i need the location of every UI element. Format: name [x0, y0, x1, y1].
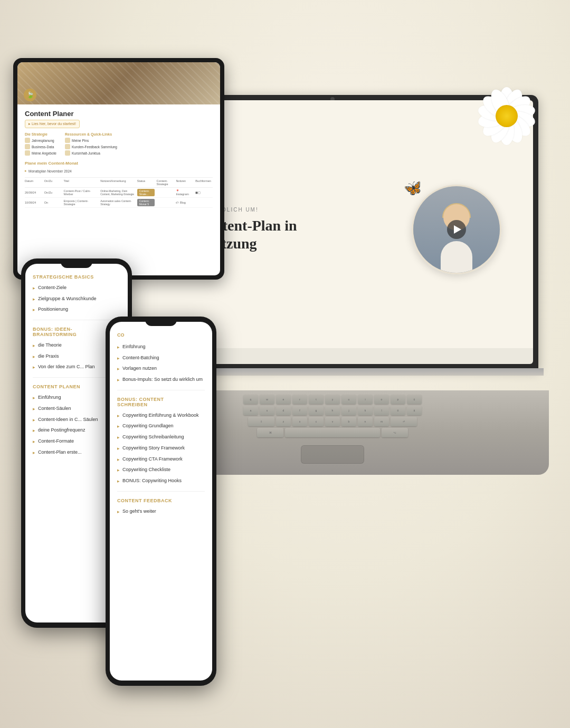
key-c[interactable]: c [309, 417, 324, 426]
key-e[interactable]: e [276, 395, 291, 404]
phone2-arrow-12: ▸ [117, 509, 120, 515]
phone1-item-zielgruppe[interactable]: ▸ Zielgruppe & Wunschkunde [33, 294, 120, 305]
key-i[interactable]: i [358, 395, 373, 404]
daisy-decoration [470, 79, 544, 153]
phone1-arrow-4: ▸ [33, 343, 35, 349]
tablet-two-columns: Die Strategie Jahresplanung Business-Dat… [25, 132, 213, 157]
tablet-plan-item[interactable]: Monatsplan November 2024 [25, 168, 213, 174]
key-l[interactable]: l [374, 406, 389, 415]
phone2-item-bonus-impuls[interactable]: ▸ Bonus-Impuls: So setzt du wirklich um [117, 375, 205, 386]
phone2-item-vorlagen[interactable]: ▸ Vorlagen nutzen [117, 363, 205, 375]
table-cell-on-1: On/Zu [44, 191, 62, 194]
tablet-header-image: 🍃 [17, 62, 220, 104]
phone2-item-einfuehrung[interactable]: ▸ Einführung [117, 342, 205, 353]
key-ue[interactable]: ü [407, 395, 422, 404]
table-header-notizen2: Notizen [176, 179, 193, 186]
phone-2: CO ▸ Einführung ▸ Content-Batching ▸ Vor… [106, 317, 216, 686]
key-d[interactable]: d [276, 406, 291, 415]
key-space[interactable] [285, 428, 380, 437]
table-header-datum: Datum [25, 179, 42, 186]
play-button[interactable] [447, 220, 466, 239]
video-thumbnail[interactable] [412, 185, 501, 274]
key-y[interactable]: y [325, 395, 340, 404]
phone-2-frame: CO ▸ Einführung ▸ Content-Batching ▸ Vor… [106, 317, 216, 686]
phone1-arrow-3: ▸ [33, 307, 35, 313]
phone2-item-batching[interactable]: ▸ Content-Batching [117, 353, 205, 364]
phone1-arrow-6: ▸ [33, 365, 35, 371]
key-oe[interactable]: ö [391, 406, 405, 415]
phone2-arrow-9: ▸ [117, 457, 120, 463]
key-x[interactable]: x [292, 417, 307, 426]
key-o[interactable]: o [374, 395, 389, 404]
key-g[interactable]: g [309, 406, 324, 415]
phone2-item-copywriting-grundlagen[interactable]: ▸ Copywriting Grundlagen [117, 421, 205, 432]
phone2-arrow-3: ▸ [117, 366, 120, 372]
key-w[interactable]: w [260, 395, 274, 404]
key-shift[interactable]: ⇧ [248, 417, 274, 426]
table-cell-notes-1: Online-Marketing, Dein Content, Marketin… [100, 189, 135, 196]
tablet-logo: 🍃 [24, 89, 36, 101]
phone1-item-content-ziele[interactable]: ▸ Content-Ziele [33, 283, 120, 294]
key-h[interactable]: h [325, 406, 340, 415]
phone2-item-copywriting-story[interactable]: ▸ Copywriting Story Framework [117, 443, 205, 454]
tablet-table-header: Datum On/Zu Titel Notizen/Anmerkung Stat… [25, 177, 213, 188]
key-a[interactable]: a [243, 406, 258, 415]
tablet-content: Content Planer ▸ Lies hier, bevor du sta… [17, 104, 220, 213]
key-n[interactable]: n [358, 417, 373, 426]
tablet-strategy-item-1[interactable]: Jahresplanung [25, 138, 56, 143]
phone2-top-label: CO [117, 332, 205, 338]
phone2-item-so-gehts-weiter[interactable]: ▸ So geht's weiter [117, 506, 205, 518]
phone-2-screen: CO ▸ Einführung ▸ Content-Batching ▸ Vor… [110, 322, 212, 681]
key-f[interactable]: f [292, 406, 307, 415]
table-header-content: Content-Strategie [157, 179, 174, 186]
play-icon [454, 225, 461, 234]
tablet-resources-item-2[interactable]: Kunden-Feedback Sammlung [65, 144, 117, 149]
tablet-strategy-col: Die Strategie Jahresplanung Business-Dat… [25, 132, 56, 157]
key-q[interactable]: q [243, 395, 258, 404]
phone1-arrow-9: ▸ [33, 417, 35, 424]
key-r[interactable]: r [292, 395, 307, 404]
table-header-on: On/Zu [44, 179, 62, 186]
tablet-resources-item-3[interactable]: Kursinhalt-Junktua [65, 150, 117, 156]
table-cell-title-2: Einposts | Content-Strategie [64, 199, 99, 206]
table-row-2: 10/09/24 On Einposts | Content-Strategie… [25, 198, 213, 208]
phone2-item-copywriting-einfuehrung[interactable]: ▸ Copywriting Einführung & Workbook [117, 410, 205, 422]
phone2-item-copywriting-hooks[interactable]: ▸ BONUS: Copywriting Hooks [117, 476, 205, 487]
phone2-item-copywriting-cta[interactable]: ▸ Copywriting CTA Framework [117, 454, 205, 465]
tablet-strategy-item-3[interactable]: Meine Angebote [25, 150, 56, 156]
person-body [441, 241, 472, 273]
phone2-arrow-10: ▸ [117, 467, 120, 474]
key-ae[interactable]: ä [407, 406, 422, 415]
key-enter[interactable]: ⏎ [391, 417, 417, 426]
phone2-section-feedback-header: CONTENT FEEDBACK [117, 498, 205, 503]
trackpad[interactable] [301, 445, 364, 464]
tablet-title: Content Planer [25, 110, 213, 118]
tablet-screen: 🍃 Content Planer ▸ Lies hier, bevor du s… [17, 62, 220, 275]
tablet-resources-col: Ressourcen & Quick-Links Meine Pins Kund… [65, 132, 117, 157]
key-k[interactable]: k [358, 406, 373, 415]
tablet-alert[interactable]: ▸ Lies hier, bevor du startest! [25, 120, 80, 128]
phone2-item-copywriting-checkliste[interactable]: ▸ Copywriting Checkliste [117, 465, 205, 476]
key-u[interactable]: u [341, 395, 356, 404]
key-s[interactable]: s [260, 406, 274, 415]
phone1-arrow-7: ▸ [33, 395, 35, 401]
key-alt[interactable]: ⌥ [382, 428, 408, 437]
tablet-frame: 🍃 Content Planer ▸ Lies hier, bevor du s… [13, 58, 224, 280]
table-cell-title-1: Content-Post / Calm-Werber [64, 189, 99, 196]
key-j[interactable]: j [341, 406, 356, 415]
table-header-titel: Titel [64, 179, 99, 186]
key-b[interactable]: b [341, 417, 356, 426]
key-t[interactable]: t [309, 395, 324, 404]
tablet-resources-item-1[interactable]: Meine Pins [65, 138, 117, 143]
key-v[interactable]: v [325, 417, 340, 426]
key-m[interactable]: m [374, 417, 389, 426]
phone1-item-positionierung[interactable]: ▸ Positionierung [33, 304, 120, 315]
key-cmd[interactable]: ⌘ [257, 428, 283, 437]
table-header-status: Status [137, 179, 155, 186]
phone-2-content: CO ▸ Einführung ▸ Content-Batching ▸ Vor… [110, 322, 212, 681]
key-p[interactable]: p [391, 395, 405, 404]
tablet-header-texture [17, 62, 220, 104]
key-z[interactable]: z [276, 417, 291, 426]
tablet-strategy-item-2[interactable]: Business-Data [25, 144, 56, 149]
phone2-item-copywriting-schreib[interactable]: ▸ Copywriting Schreibanleitung [117, 432, 205, 443]
